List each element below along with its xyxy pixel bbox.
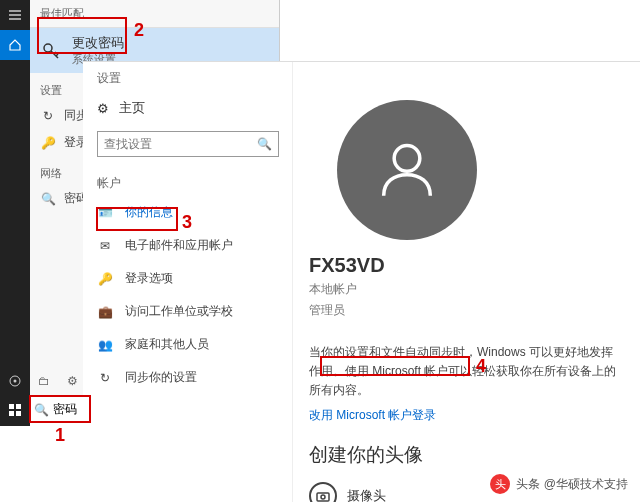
taskbar-search-input[interactable]: [53, 403, 83, 417]
annotation-num-2: 2: [134, 20, 144, 41]
svg-rect-6: [9, 411, 14, 416]
create-avatar-title: 创建你的头像: [309, 442, 624, 468]
svg-rect-9: [317, 493, 329, 501]
svg-rect-4: [9, 404, 14, 409]
window-title: 设置: [83, 62, 292, 93]
account-type: 本地帐户: [309, 281, 624, 298]
search-icon: 🔍: [257, 137, 272, 151]
folder-icon[interactable]: 🗀: [30, 367, 58, 395]
settings-window: 设置 ⚙ 主页 🔍 帐户 🪪你的信息 ✉电子邮件和应用帐户 🔑登录选项 💼访问工…: [83, 61, 640, 502]
account-name: FX53VD: [309, 254, 624, 277]
nav-work-school[interactable]: 💼访问工作单位或学校: [83, 295, 292, 328]
settings-search-input[interactable]: [104, 137, 244, 151]
nav-home[interactable]: ⚙ 主页: [83, 93, 292, 123]
gear-icon[interactable]: ⚙: [58, 367, 86, 395]
nav-sync[interactable]: ↻同步你的设置: [83, 361, 292, 394]
svg-point-8: [394, 146, 420, 172]
svg-point-10: [321, 495, 325, 499]
search-best-match-header: 最佳匹配: [30, 0, 279, 28]
taskbar-menu-icon[interactable]: [0, 0, 30, 30]
nav-email[interactable]: ✉电子邮件和应用帐户: [83, 229, 292, 262]
taskbar-gear-icon[interactable]: [0, 366, 30, 396]
watermark-text: 头条 @华硕技术支持: [516, 476, 628, 493]
sync-icon: ↻: [40, 109, 56, 123]
settings-content: FX53VD 本地帐户 管理员 当你的设置和文件自动同步时，Windows 可以…: [293, 62, 640, 502]
nav-signin-options[interactable]: 🔑登录选项: [83, 262, 292, 295]
settings-search[interactable]: 🔍: [97, 131, 279, 157]
key-icon: [40, 40, 64, 62]
settings-sidebar: 设置 ⚙ 主页 🔍 帐户 🪪你的信息 ✉电子邮件和应用帐户 🔑登录选项 💼访问工…: [83, 62, 293, 502]
key-icon: 🔑: [40, 136, 56, 150]
gear-icon: ⚙: [97, 101, 109, 116]
nav-family[interactable]: 👥家庭和其他人员: [83, 328, 292, 361]
watermark: 头 头条 @华硕技术支持: [484, 472, 634, 496]
account-header: 帐户: [83, 165, 292, 196]
annotation-num-3: 3: [182, 212, 192, 233]
annotation-num-4: 4: [476, 356, 486, 377]
ms-account-link[interactable]: 改用 Microsoft 帐户登录: [309, 407, 436, 424]
svg-rect-5: [16, 404, 21, 409]
svg-rect-7: [16, 411, 21, 416]
people-icon: 👥: [97, 338, 113, 352]
search-icon: 🔍: [34, 403, 49, 417]
search-icon: 🔍: [40, 192, 56, 206]
taskbar-search[interactable]: 🔍: [29, 396, 91, 423]
taskbar-home-icon[interactable]: [0, 30, 30, 60]
mail-icon: ✉: [97, 239, 113, 253]
watermark-logo: 头: [490, 474, 510, 494]
sync-icon: ↻: [97, 371, 113, 385]
key-icon: 🔑: [97, 272, 113, 286]
taskbar: [0, 0, 30, 426]
svg-point-3: [44, 44, 52, 52]
avatar: [337, 100, 477, 240]
briefcase-icon: 💼: [97, 305, 113, 319]
account-description: 当你的设置和文件自动同步时，Windows 可以更好地发挥作用。使用 Micro…: [309, 343, 624, 401]
person-card-icon: 🪪: [97, 206, 113, 220]
camera-icon: [309, 482, 337, 502]
account-role: 管理员: [309, 302, 624, 319]
result-title: 更改密码: [72, 34, 124, 52]
annotation-num-1: 1: [55, 425, 65, 446]
start-button[interactable]: [0, 395, 30, 425]
svg-point-1: [14, 380, 17, 383]
